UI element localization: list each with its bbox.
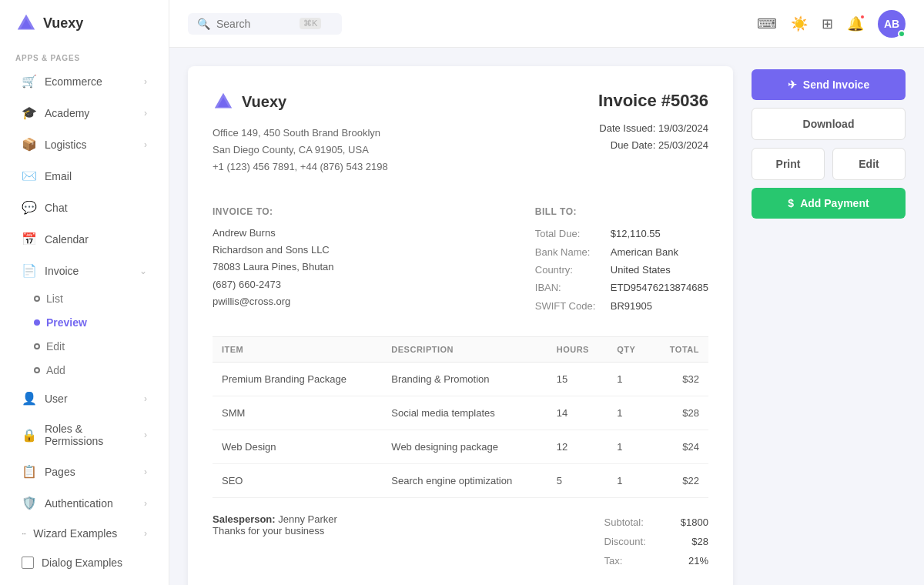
search-box[interactable]: 🔍 ⌘K bbox=[188, 13, 342, 35]
invoice-submenu: List Preview Edit Add bbox=[0, 286, 169, 383]
table-row: Web Design Web designing package 12 1 $2… bbox=[213, 430, 708, 464]
salesperson-info: Salesperson: Jenny Parker Thanks for you… bbox=[213, 513, 337, 537]
dialog-icon bbox=[22, 557, 34, 569]
chevron-right-icon: › bbox=[144, 528, 147, 539]
bank-name-row: Bank Name: American Bank bbox=[535, 243, 708, 261]
notification-badge bbox=[859, 14, 865, 20]
add-payment-button[interactable]: $ Add Payment bbox=[752, 188, 906, 219]
sidebar-item-chat[interactable]: 💬 Chat bbox=[6, 192, 162, 222]
chevron-down-icon: ⌄ bbox=[139, 266, 147, 276]
sidebar: Vuexy APPS & PAGES 🛒 Ecommerce › 🎓 Acade… bbox=[0, 0, 169, 585]
invoice-table-body: Premium Branding Package Branding & Prom… bbox=[213, 363, 708, 498]
lock-icon: 🔒 bbox=[22, 428, 37, 443]
main-area: 🔍 ⌘K ⌨ ☀️ ⊞ 🔔 AB bbox=[169, 0, 924, 585]
invoice-totals: Subtotal: $1800 Discount: $28 Tax: 21% bbox=[604, 513, 708, 570]
invoice-dates: Date Issued: 19/03/2024 Due Date: 25/03/… bbox=[598, 120, 708, 154]
preview-dot bbox=[34, 319, 40, 326]
iban-row: IBAN: ETD95476213874685 bbox=[535, 279, 708, 296]
sidebar-item-invoice-edit[interactable]: Edit bbox=[34, 335, 162, 358]
company-address: Office 149, 450 South Brand Brooklyn San… bbox=[213, 125, 388, 176]
search-input[interactable] bbox=[216, 18, 293, 30]
invoice-icon: 📄 bbox=[22, 263, 37, 278]
sidebar-item-dialog[interactable]: Dialog Examples bbox=[6, 549, 162, 577]
user-avatar-wrap[interactable]: AB bbox=[878, 10, 906, 38]
chevron-right-icon: › bbox=[144, 430, 147, 440]
chevron-right-icon: › bbox=[144, 139, 147, 150]
brand-logo-icon bbox=[213, 91, 234, 112]
content-area: Vuexy Office 149, 450 South Brand Brookl… bbox=[169, 48, 924, 585]
col-item: ITEM bbox=[213, 337, 382, 363]
apps-section-label: APPS & PAGES bbox=[0, 46, 169, 65]
sidebar-item-calendar[interactable]: 📅 Calendar bbox=[6, 224, 162, 254]
subtotal-row: Subtotal: $1800 bbox=[604, 513, 708, 533]
invoice-card: Vuexy Office 149, 450 South Brand Brookl… bbox=[188, 66, 733, 585]
invoice-company: Vuexy Office 149, 450 South Brand Brookl… bbox=[213, 91, 388, 176]
sidebar-item-academy[interactable]: 🎓 Academy › bbox=[6, 98, 162, 128]
ecommerce-icon: 🛒 bbox=[22, 74, 37, 89]
brand-name: Vuexy bbox=[242, 93, 286, 111]
chat-icon: 💬 bbox=[22, 200, 37, 215]
invoice-meta: Invoice #5036 Date Issued: 19/03/2024 Du… bbox=[598, 91, 708, 154]
app-name: Vuexy bbox=[43, 15, 83, 32]
sidebar-item-invoice-preview[interactable]: Preview bbox=[34, 311, 162, 334]
invoice-billing: Invoice To: Andrew Burns Richardson and … bbox=[213, 200, 708, 315]
sidebar-item-ecommerce[interactable]: 🛒 Ecommerce › bbox=[6, 66, 162, 96]
tax-row: Tax: 21% bbox=[604, 552, 708, 571]
invoice-table: ITEM DESCRIPTION HOURS QTY TOTAL Premium… bbox=[213, 336, 708, 498]
wizard-icon: ··· bbox=[22, 530, 25, 538]
theme-icon[interactable]: ☀️ bbox=[791, 15, 808, 32]
total-due-row: Total Due: $12,110.55 bbox=[535, 225, 708, 242]
sidebar-item-logistics[interactable]: 📦 Logistics › bbox=[6, 129, 162, 159]
notification-icon[interactable]: 🔔 bbox=[847, 15, 864, 32]
translate-icon[interactable]: ⌨ bbox=[757, 15, 777, 32]
sidebar-item-invoice-add[interactable]: Add bbox=[34, 359, 162, 382]
ui-section-label: UI ELEMENTS bbox=[0, 577, 169, 585]
invoice-header: Vuexy Office 149, 450 South Brand Brookl… bbox=[213, 91, 708, 176]
download-button[interactable]: Download bbox=[752, 108, 906, 140]
col-description: DESCRIPTION bbox=[382, 337, 547, 363]
edit-dot bbox=[34, 343, 40, 349]
sidebar-item-email[interactable]: ✉️ Email bbox=[6, 161, 162, 191]
invoice-table-header: ITEM DESCRIPTION HOURS QTY TOTAL bbox=[213, 337, 708, 363]
search-icon: 🔍 bbox=[197, 18, 210, 30]
sidebar-item-invoice[interactable]: 📄 Invoice ⌄ bbox=[6, 256, 162, 286]
table-row: Premium Branding Package Branding & Prom… bbox=[213, 363, 708, 396]
online-status-dot bbox=[898, 30, 906, 38]
sidebar-item-invoice-list[interactable]: List bbox=[34, 287, 162, 310]
sidebar-item-wizard[interactable]: ··· Wizard Examples › bbox=[6, 520, 162, 547]
edit-button[interactable]: Edit bbox=[832, 148, 906, 180]
calendar-icon: 📅 bbox=[22, 232, 37, 246]
invoice-number: Invoice #5036 bbox=[598, 91, 708, 111]
col-qty: QTY bbox=[608, 337, 651, 363]
bill-to-section: Bill To: Total Due: $12,110.55 Bank Name… bbox=[535, 206, 708, 315]
send-invoice-button[interactable]: ✈ Send Invoice bbox=[752, 69, 906, 100]
sidebar-item-pages[interactable]: 📋 Pages › bbox=[6, 456, 162, 486]
logo[interactable]: Vuexy bbox=[0, 0, 169, 46]
sidebar-item-roles[interactable]: 🔒 Roles & Permissions › bbox=[6, 415, 162, 455]
table-row: SEO Search engine optimization 5 1 $22 bbox=[213, 464, 708, 498]
sidebar-item-user[interactable]: 👤 User › bbox=[6, 383, 162, 413]
send-icon: ✈ bbox=[788, 79, 797, 91]
pages-icon: 📋 bbox=[22, 464, 37, 479]
invoice-footer: Salesperson: Jenny Parker Thanks for you… bbox=[213, 513, 708, 570]
actions-panel: ✈ Send Invoice Download Print Edit $ Add… bbox=[752, 66, 906, 567]
logo-icon bbox=[15, 12, 37, 34]
academy-icon: 🎓 bbox=[22, 105, 37, 120]
col-total: TOTAL bbox=[651, 337, 708, 363]
print-edit-row: Print Edit bbox=[752, 148, 906, 180]
shield-icon: 🛡️ bbox=[22, 496, 37, 510]
user-icon: 👤 bbox=[22, 391, 37, 406]
invoice-brand: Vuexy bbox=[213, 91, 388, 112]
chevron-right-icon: › bbox=[144, 393, 147, 404]
country-row: Country: United States bbox=[535, 261, 708, 279]
invoice-area: Vuexy Office 149, 450 South Brand Brookl… bbox=[188, 66, 733, 567]
swift-row: SWIFT Code: BR91905 bbox=[535, 297, 708, 315]
apps-grid-icon[interactable]: ⊞ bbox=[822, 15, 833, 32]
sidebar-item-authentication[interactable]: 🛡️ Authentication › bbox=[6, 488, 162, 518]
topbar: 🔍 ⌘K ⌨ ☀️ ⊞ 🔔 AB bbox=[169, 0, 924, 48]
add-dot bbox=[34, 367, 40, 373]
discount-row: Discount: $28 bbox=[604, 533, 708, 552]
chevron-right-icon: › bbox=[144, 108, 147, 119]
search-shortcut: ⌘K bbox=[300, 18, 321, 29]
print-button[interactable]: Print bbox=[752, 148, 825, 180]
